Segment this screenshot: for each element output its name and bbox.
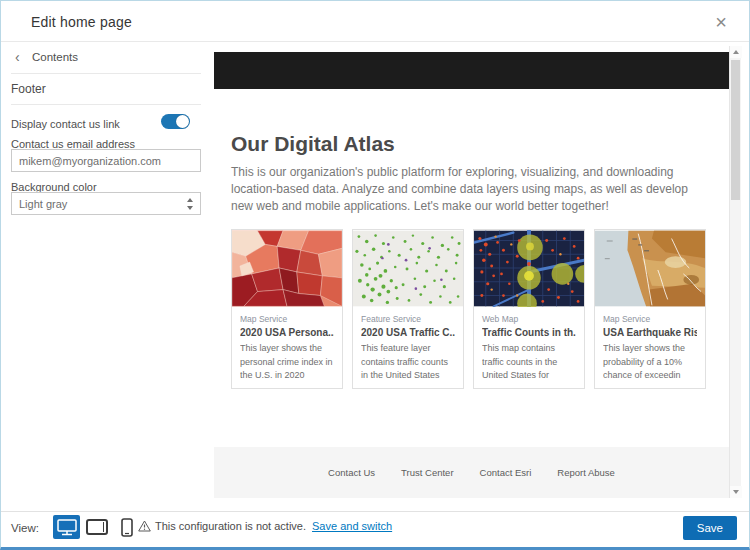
content-cards: Map Service 2020 USA Persona... This lay… — [231, 229, 706, 389]
view-label: View: — [11, 522, 39, 534]
warning-icon — [138, 520, 151, 532]
dialog-title: Edit home page — [31, 14, 132, 30]
mobile-icon — [121, 518, 133, 537]
home-page-preview: Our Digital Atlas This is our organizati… — [214, 52, 729, 498]
card-title: 2020 USA Traffic C... — [361, 327, 455, 338]
footer-link-trust-center[interactable]: Trust Center — [401, 467, 453, 478]
card-traffic-counts-layer[interactable]: Feature Service 2020 USA Traffic C... Th… — [352, 229, 464, 389]
close-icon[interactable]: × — [709, 9, 733, 36]
footer-link-contact-us[interactable]: Contact Us — [328, 467, 375, 478]
card-description: This layer shows the probability of a 10… — [603, 342, 697, 383]
card-earthquake-risk[interactable]: Map Service USA Earthquake Risk This lay… — [594, 229, 706, 389]
card-thumbnail-green-dots-icon — [353, 230, 463, 307]
card-description: This layer shows the personal crime inde… — [240, 342, 334, 383]
email-field[interactable] — [11, 149, 201, 172]
scroll-down-icon[interactable] — [730, 486, 742, 498]
chevron-left-icon: ‹ — [15, 49, 20, 65]
background-color-select[interactable]: Light gray — [11, 192, 201, 215]
footer-link-contact-esri[interactable]: Contact Esri — [480, 467, 532, 478]
card-type: Web Map — [482, 314, 576, 324]
card-traffic-counts-webmap[interactable]: Web Map Traffic Counts in th... This map… — [473, 229, 585, 389]
card-title: 2020 USA Persona... — [240, 327, 334, 338]
mobile-view-button[interactable] — [113, 515, 140, 539]
card-thumbnail-terrain-map-icon — [595, 230, 705, 307]
tablet-icon — [86, 519, 108, 535]
card-description: This map contains traffic counts in the … — [482, 342, 576, 383]
section-title: Footer — [11, 82, 46, 96]
back-to-contents[interactable]: ‹ Contents — [1, 42, 211, 73]
save-button[interactable]: Save — [683, 516, 737, 540]
card-thumbnail-dark-traffic-map-icon — [474, 230, 584, 307]
preview-scrollbar[interactable] — [729, 46, 741, 498]
tablet-view-button[interactable] — [83, 515, 110, 539]
preview-footer: Contact Us Trust Center Contact Esri Rep… — [214, 447, 729, 498]
desktop-icon — [57, 519, 77, 536]
settings-panel: ‹ Contents Footer Display contact us lin… — [1, 42, 211, 511]
card-title: USA Earthquake Risk — [603, 327, 697, 338]
select-value: Light gray — [19, 198, 67, 210]
back-label: Contents — [32, 51, 78, 63]
toggle-label: Display contact us link — [11, 118, 120, 130]
view-mode-switcher — [53, 515, 140, 539]
warning-text: This configuration is not active. — [155, 520, 306, 532]
site-header-bar — [214, 52, 729, 89]
hero-description: This is our organization's public platfo… — [231, 164, 711, 215]
save-and-switch-link[interactable]: Save and switch — [312, 520, 392, 532]
configuration-warning: This configuration is not active. Save a… — [138, 520, 392, 532]
spinner-icon — [186, 197, 194, 211]
card-title: Traffic Counts in th... — [482, 327, 576, 338]
divider — [1, 511, 749, 512]
toggle-knob — [176, 115, 189, 128]
divider — [11, 73, 201, 74]
card-type: Map Service — [603, 314, 697, 324]
edit-home-page-dialog: Edit home page × ‹ Contents Footer Displ… — [0, 0, 750, 550]
divider — [11, 104, 201, 105]
card-type: Map Service — [240, 314, 334, 324]
scrollbar-thumb[interactable] — [731, 60, 740, 200]
display-contact-toggle[interactable] — [161, 114, 190, 129]
card-crime-index[interactable]: Map Service 2020 USA Persona... This lay… — [231, 229, 343, 389]
desktop-view-button[interactable] — [53, 515, 80, 539]
card-thumbnail-choropleth-icon — [232, 230, 342, 307]
card-description: This feature layer contains traffic coun… — [361, 342, 455, 383]
footer-link-report-abuse[interactable]: Report Abuse — [557, 467, 615, 478]
card-type: Feature Service — [361, 314, 455, 324]
hero-title: Our Digital Atlas — [231, 132, 395, 156]
scroll-up-icon[interactable] — [730, 46, 742, 58]
